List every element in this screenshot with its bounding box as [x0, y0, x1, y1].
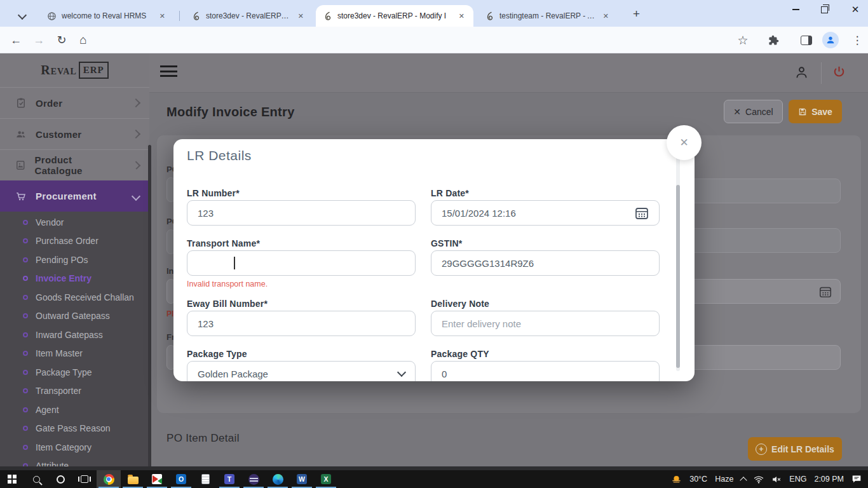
taskbar-eclipse[interactable] [241, 470, 266, 488]
sidebar-item-customer[interactable]: Customer [0, 118, 149, 149]
start-button[interactable] [0, 470, 24, 488]
eway-bill-input[interactable] [187, 311, 416, 336]
tab-close-icon[interactable]: ✕ [295, 11, 306, 22]
tab-close-icon[interactable]: ✕ [456, 11, 467, 22]
sidebar-item-label: Customer [36, 129, 81, 140]
tray-condition[interactable]: Haze [715, 475, 733, 484]
browser-menu-icon[interactable]: ⋮ [846, 27, 868, 53]
sidebar-subitem-package-type[interactable]: Package Type [0, 363, 149, 382]
tab-title: store3dev - RevalERP - Modify I [337, 11, 451, 20]
calendar-icon[interactable] [634, 205, 649, 220]
tray-language[interactable]: ENG [789, 475, 806, 484]
tab-revalerp-add-inv[interactable]: store3dev - RevalERP - Add Inv ✕ [184, 5, 313, 27]
sidebar-subitem-purchase-order[interactable]: Purchase Order [0, 232, 149, 251]
hamburger-menu-icon[interactable] [160, 65, 177, 80]
modal-scrollbar-thumb[interactable] [676, 185, 680, 368]
excel-icon: X [321, 474, 331, 484]
sidebar-subitem-inward-gatepass[interactable]: Inward Gatepass [0, 325, 149, 344]
save-button[interactable]: Save [789, 100, 842, 123]
sidebar-item-order[interactable]: Order [0, 87, 149, 118]
sidebar-subitem-invoice-entry[interactable]: Invoice Entry [0, 269, 149, 288]
bullet-icon [23, 276, 28, 281]
window-close-button[interactable]: ✕ [844, 0, 866, 19]
side-panel-icon[interactable] [796, 27, 817, 53]
weather-haze-icon[interactable] [671, 475, 682, 484]
package-type-select[interactable]: Golden Package [187, 361, 416, 381]
taskbar-word[interactable]: W [290, 470, 314, 488]
lr-number-input[interactable] [187, 200, 416, 226]
bookmark-star-icon[interactable]: ☆ [732, 27, 754, 53]
transport-name-input[interactable] [187, 250, 416, 276]
tab-revalerp-add-v[interactable]: testingteam - RevalERP - Add V ✕ [478, 5, 618, 27]
new-tab-button[interactable]: + [633, 8, 640, 20]
sidebar-subitem-outward-gatepass[interactable]: Outward Gatepass [0, 307, 149, 326]
browser-tab-strip: welcome to Reval HRMS ✕ store3dev - Reva… [0, 0, 868, 27]
taskbar-file-explorer[interactable] [121, 470, 145, 488]
gstin-input[interactable] [431, 250, 660, 276]
notification-center-icon[interactable] [851, 475, 862, 484]
chevron-right-icon [132, 161, 140, 170]
save-label: Save [811, 107, 832, 117]
sidebar-subitem-transporter[interactable]: Transporter [0, 382, 149, 401]
tab-revalerp-modify[interactable]: store3dev - RevalERP - Modify I ✕ [316, 5, 473, 27]
window-minimize-button[interactable] [785, 0, 806, 19]
bullet-icon [23, 445, 28, 450]
extensions-icon[interactable] [763, 27, 784, 53]
sidebar-subitem-gate-pass-reason[interactable]: Gate Pass Reason [0, 419, 149, 438]
tab-title: welcome to Reval HRMS [62, 11, 152, 20]
profile-avatar[interactable] [820, 27, 841, 53]
cortana-button[interactable] [48, 470, 72, 488]
taskbar-notepad[interactable] [193, 470, 217, 488]
cortana-icon [57, 475, 65, 484]
taskbar-media-viewer[interactable] [145, 470, 169, 488]
edit-lr-details-button[interactable]: + Edit LR Details [748, 437, 842, 461]
calendar-icon[interactable] [818, 285, 832, 299]
tab-reval-hrms[interactable]: welcome to Reval HRMS ✕ [39, 5, 174, 27]
back-icon[interactable]: ← [5, 27, 27, 53]
task-view-button[interactable] [72, 470, 97, 488]
user-icon[interactable] [794, 65, 809, 82]
taskbar-teams[interactable]: T [217, 470, 241, 488]
tray-temperature[interactable]: 30°C [689, 475, 707, 484]
power-icon[interactable] [832, 65, 846, 82]
sidebar-subitem-item-category[interactable]: Item Category [0, 438, 149, 457]
sidebar-item-product-catalogue[interactable]: Product Catalogue [0, 149, 149, 180]
subitem-label: Package Type [36, 367, 92, 377]
chrome-icon [104, 474, 114, 485]
forward-icon[interactable]: → [28, 27, 50, 53]
sidebar-subitem-item-master[interactable]: Item Master [0, 344, 149, 363]
image-file-icon [15, 159, 26, 171]
windows-logo-icon [8, 475, 17, 484]
lr-date-input[interactable] [431, 200, 660, 226]
taskbar-edge[interactable] [266, 470, 290, 488]
sidebar-subitem-vendor[interactable]: Vendor [0, 213, 149, 232]
cart-icon [15, 191, 27, 202]
cancel-button[interactable]: ✕ Cancel [724, 100, 783, 123]
home-icon[interactable]: ⌂ [72, 27, 94, 53]
sidebar-subitem-agent[interactable]: Agent [0, 400, 149, 419]
window-restore-button[interactable] [813, 0, 835, 19]
sidebar-item-procurement[interactable]: Procurement [0, 180, 149, 212]
wifi-icon[interactable] [754, 475, 764, 484]
taskbar-chrome[interactable] [97, 470, 121, 488]
reval-logo-icon [323, 11, 332, 21]
sidebar-subitem-pending-pos[interactable]: Pending POs [0, 250, 149, 269]
taskbar-outlook[interactable]: O [169, 470, 193, 488]
reload-icon[interactable]: ↻ [51, 27, 72, 53]
tray-chevron-up-icon[interactable] [740, 477, 747, 484]
modal-close-button[interactable]: ✕ [667, 125, 702, 160]
package-qty-input[interactable] [431, 361, 660, 381]
volume-muted-icon[interactable] [771, 475, 782, 484]
tab-close-icon[interactable]: ✕ [157, 11, 168, 22]
sidebar-subitem-goods-received-challan[interactable]: Goods Received Challan [0, 288, 149, 307]
taskbar-search-button[interactable] [24, 470, 48, 488]
taskbar-excel[interactable]: X [314, 470, 338, 488]
tray-clock[interactable]: 2:09 PM [814, 475, 844, 484]
tab-close-icon[interactable]: ✕ [600, 11, 611, 22]
sidebar-scrollbar[interactable] [148, 145, 151, 470]
tab-title: store3dev - RevalERP - Add Inv [206, 11, 290, 20]
reval-logo-icon [485, 11, 494, 21]
delivery-note-input[interactable] [431, 311, 660, 336]
tab-search-icon[interactable] [19, 10, 25, 21]
bullet-icon [23, 257, 28, 262]
